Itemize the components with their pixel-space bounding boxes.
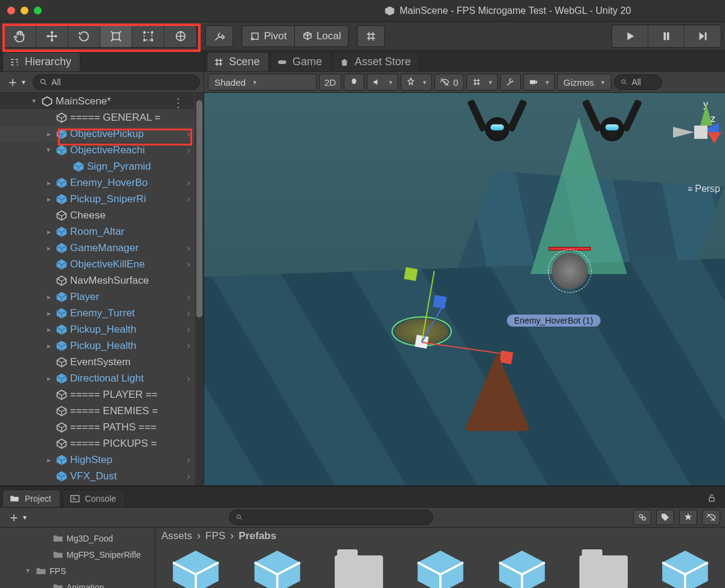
breadcrumb-seg[interactable]: Assets <box>161 530 192 542</box>
disclosure-icon[interactable] <box>45 309 53 318</box>
local-toggle-button[interactable]: Local <box>294 25 349 47</box>
hierarchy-scene-menu[interactable]: ⋮ <box>172 95 185 109</box>
hierarchy-item[interactable]: HighStep› <box>0 452 194 468</box>
fx-toggle-button[interactable] <box>401 74 432 91</box>
hierarchy-item[interactable]: Sign_Pyramid <box>0 158 194 174</box>
hierarchy-item[interactable]: Pickup_Health› <box>0 337 194 354</box>
disclosure-icon[interactable] <box>24 567 33 575</box>
custom-tools-button[interactable] <box>205 25 233 47</box>
2d-toggle-button[interactable]: 2D <box>319 74 341 91</box>
disclosure-icon[interactable] <box>45 456 53 464</box>
chevron-right-icon[interactable]: › <box>187 128 190 140</box>
hierarchy-item[interactable]: Player› <box>0 289 194 305</box>
hierarchy-item[interactable]: Room_Altar <box>0 223 194 240</box>
hierarchy-item[interactable]: ===== PATHS === <box>0 419 194 435</box>
lighting-toggle-button[interactable] <box>344 74 364 91</box>
hierarchy-item[interactable]: Directional Light› <box>0 370 194 386</box>
chevron-right-icon[interactable]: › <box>187 324 190 336</box>
project-tree-item[interactable]: MgFPS_SniperRifle <box>0 546 155 563</box>
asset-prefab[interactable] <box>653 548 717 588</box>
hierarchy-search-input[interactable]: All <box>33 74 200 90</box>
step-button[interactable] <box>685 25 721 47</box>
tab-hierarchy[interactable]: Hierarchy <box>2 52 80 71</box>
hierarchy-item[interactable]: Cheese <box>0 207 194 223</box>
hidden-objects-button[interactable]: 0 <box>434 74 463 91</box>
chevron-right-icon[interactable]: › <box>187 340 190 352</box>
filter-type-button[interactable] <box>633 510 651 525</box>
scene-view[interactable]: Enemy_HoverBot (1) y z <box>204 93 725 485</box>
tab-game[interactable]: Game <box>270 52 331 71</box>
scene-search-input[interactable]: All <box>614 74 662 90</box>
hierarchy-item[interactable]: ObjectiveReachi› <box>0 142 194 158</box>
grid-snap-button[interactable] <box>357 25 385 47</box>
disclosure-icon[interactable] <box>30 97 39 106</box>
breadcrumb-seg[interactable]: FPS <box>205 530 225 542</box>
asset-prefab[interactable] <box>490 548 553 588</box>
hidden-packages-button[interactable] <box>702 510 720 525</box>
projection-toggle[interactable]: ≡ Persp <box>688 184 720 194</box>
scale-tool-button[interactable] <box>100 25 132 47</box>
hierarchy-item[interactable]: EventSystem <box>0 354 194 370</box>
shading-mode-dropdown[interactable]: Shaded <box>208 74 317 91</box>
camera-button[interactable] <box>523 74 555 91</box>
pause-button[interactable] <box>648 25 685 47</box>
chevron-right-icon[interactable]: › <box>187 291 190 303</box>
hierarchy-item[interactable]: ===== PLAYER == <box>0 386 194 403</box>
hierarchy-item[interactable]: Pickup_Health› <box>0 321 194 337</box>
orientation-gizmo[interactable]: y z <box>661 97 721 169</box>
chevron-right-icon[interactable]: › <box>187 307 190 319</box>
rotate-tool-button[interactable] <box>68 25 100 47</box>
hierarchy-item[interactable]: NavMeshSurface <box>0 272 194 289</box>
minimize-window-button[interactable] <box>21 7 28 14</box>
hierarchy-item[interactable]: Enemy_HoverBo› <box>0 174 194 191</box>
hierarchy-item[interactable]: ObjectiveKillEne› <box>0 256 194 272</box>
chevron-right-icon[interactable]: › <box>187 144 190 156</box>
chevron-right-icon[interactable]: › <box>187 258 190 270</box>
disclosure-icon[interactable] <box>45 179 53 187</box>
hierarchy-item[interactable]: ===== PICKUPS = <box>0 435 194 452</box>
hierarchy-item[interactable]: ObjectivePickup› <box>0 126 194 142</box>
tab-scene[interactable]: Scene <box>207 52 269 71</box>
hierarchy-scrollbar[interactable] <box>195 93 204 485</box>
hierarchy-item[interactable]: Enemy_Turret› <box>0 305 194 321</box>
hierarchy-item[interactable]: ===== GENERAL = <box>0 109 194 126</box>
asset-folder[interactable] <box>327 548 390 588</box>
pivot-toggle-button[interactable]: Pivot <box>242 25 294 47</box>
project-search-input[interactable] <box>229 510 433 525</box>
hierarchy-item[interactable]: ===== ENEMIES = <box>0 403 194 419</box>
chevron-right-icon[interactable]: › <box>187 177 190 189</box>
disclosure-icon[interactable] <box>45 293 53 301</box>
chevron-right-icon[interactable]: › <box>187 454 190 466</box>
maximize-window-button[interactable] <box>34 7 42 14</box>
panel-lock-button[interactable] <box>701 491 723 507</box>
disclosure-icon[interactable] <box>45 325 53 334</box>
asset-prefab[interactable] <box>408 548 472 588</box>
chevron-right-icon[interactable]: › <box>187 470 190 482</box>
hierarchy-create-button[interactable]: ＋▾ <box>4 73 28 91</box>
chevron-right-icon[interactable]: › <box>187 242 190 254</box>
asset-prefab[interactable] <box>245 548 309 588</box>
rect-tool-button[interactable] <box>132 25 164 47</box>
gizmos-dropdown[interactable]: Gizmos <box>557 74 612 91</box>
disclosure-icon[interactable] <box>45 130 53 138</box>
disclosure-icon[interactable] <box>45 244 53 252</box>
hierarchy-item[interactable]: GameManager› <box>0 240 194 256</box>
scale-handle-y[interactable] <box>404 267 417 281</box>
disclosure-icon[interactable] <box>45 374 53 383</box>
project-tree-item[interactable]: Animation <box>0 579 155 588</box>
tab-project[interactable]: Project <box>2 490 60 507</box>
transform-tool-button[interactable] <box>164 25 196 47</box>
project-tree-item[interactable]: Mg3D_Food <box>0 530 155 546</box>
hand-tool-button[interactable] <box>4 25 36 47</box>
project-create-button[interactable]: ＋▾ <box>5 508 29 526</box>
tab-asset-store[interactable]: Asset Store <box>332 52 420 71</box>
disclosure-icon[interactable] <box>45 342 53 350</box>
chevron-right-icon[interactable]: › <box>187 193 190 205</box>
hierarchy-item[interactable]: VFX_Dust› <box>0 468 194 484</box>
asset-folder[interactable] <box>572 548 635 588</box>
hierarchy-item[interactable]: Pickup_SniperRi› <box>0 191 194 207</box>
move-tool-button[interactable] <box>36 25 68 47</box>
hierarchy-scene-row[interactable]: MainScene* ⋮ <box>0 93 194 109</box>
chevron-right-icon[interactable]: › <box>187 372 190 385</box>
audio-toggle-button[interactable] <box>367 74 398 91</box>
